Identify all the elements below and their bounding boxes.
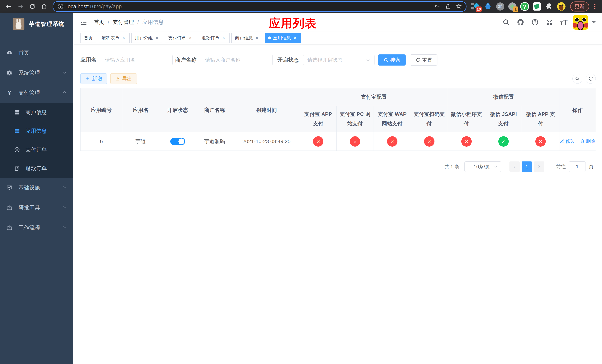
alipay-qr-status-icon: × <box>424 136 434 147</box>
tag-app-info[interactable]: 应用信息 × <box>265 33 301 43</box>
browser-menu-icon[interactable]: ⋮ <box>592 3 597 10</box>
alipay-wap-status-icon: × <box>387 136 398 147</box>
reload-icon[interactable] <box>27 1 38 12</box>
reset-button[interactable]: 重置 <box>410 54 437 65</box>
search-icon <box>575 76 580 81</box>
payment-submenu: 商户信息 应用信息 支付订单 <box>0 103 73 178</box>
tag-home[interactable]: 首页 <box>80 33 96 43</box>
close-icon[interactable]: × <box>293 36 298 40</box>
col-app-id: 应用编号 <box>81 88 122 132</box>
close-icon[interactable]: × <box>255 36 259 40</box>
breadcrumb-section[interactable]: 支付管理 <box>113 19 134 26</box>
delete-link[interactable]: 删除 <box>580 138 595 144</box>
enabled-switch[interactable] <box>170 138 185 145</box>
chevron-down-icon <box>494 165 498 169</box>
sidebar-collapse-icon[interactable] <box>80 18 88 26</box>
status-select[interactable]: 请选择开启状态 <box>303 55 375 65</box>
extension-command-icon[interactable]: ⌘ <box>495 2 505 11</box>
user-avatar[interactable] <box>573 15 588 30</box>
password-key-icon[interactable] <box>434 3 441 10</box>
navbar: 首页 / 支付管理 / 应用信息 应用列表 <box>73 13 602 32</box>
chevron-down-icon <box>62 225 67 231</box>
col-alipay-qr: 支付宝扫码支付 <box>411 106 448 132</box>
tag-process-form[interactable]: 流程表单 × <box>98 33 129 43</box>
gear-icon <box>6 70 13 76</box>
bookmark-star-icon[interactable] <box>456 3 462 10</box>
url-bar[interactable]: localhost:1024/pay/app <box>53 1 466 12</box>
extension-chat-icon[interactable] <box>532 2 542 11</box>
page-number-1[interactable]: 1 <box>522 161 532 172</box>
home-icon[interactable] <box>39 1 50 12</box>
add-button[interactable]: 新增 <box>80 73 107 84</box>
chrome-update-button[interactable]: 更新 <box>570 1 589 11</box>
help-icon[interactable] <box>530 17 540 27</box>
sidebar-item-payment[interactable]: ¥ 支付管理 <box>0 83 73 103</box>
sidebar-item-app-info[interactable]: 应用信息 <box>0 122 73 140</box>
share-icon[interactable] <box>445 3 451 10</box>
goto-page-input[interactable] <box>569 161 586 172</box>
wechat-jsapi-status-icon: ✓ <box>498 136 509 147</box>
sidebar-item-merchant-info[interactable]: 商户信息 <box>0 103 73 122</box>
tag-refund-orders[interactable]: 退款订单 × <box>198 33 230 43</box>
refresh-table-button[interactable] <box>586 74 596 84</box>
tag-merchant-info[interactable]: 商户信息 × <box>231 33 263 43</box>
group-alipay-config: 支付宝配置 <box>300 88 448 106</box>
extension-gem-icon[interactable] <box>483 2 493 11</box>
fullscreen-icon[interactable] <box>544 17 555 27</box>
sidebar-item-dev-tools[interactable]: 研发工具 <box>0 198 73 218</box>
search-button[interactable]: 搜索 <box>378 54 406 65</box>
font-size-icon[interactable]: TT <box>559 17 569 27</box>
extension-badge: 1 <box>513 7 518 12</box>
logo-rabbit-image <box>13 18 24 30</box>
col-merchant: 商户名称 <box>196 88 233 132</box>
sidebar-logo[interactable]: 芋道管理系统 <box>0 13 73 35</box>
app-name-input[interactable] <box>101 55 172 65</box>
col-alipay-wap: 支付宝 WAP 网站支付 <box>374 106 411 132</box>
close-icon[interactable]: × <box>221 36 226 40</box>
goto-label: 前往 <box>556 163 566 170</box>
sidebar-item-refund-orders[interactable]: 退款订单 <box>0 159 73 178</box>
prev-page-button[interactable] <box>509 161 520 172</box>
extension-recorder-icon[interactable]: 1 <box>508 2 517 11</box>
export-button[interactable]: 导出 <box>110 73 137 84</box>
sidebar-item-workflow[interactable]: 工作流程 <box>0 218 73 238</box>
yen-circle-icon <box>14 147 20 153</box>
col-wechat-lite: 微信小程序支付 <box>448 106 485 132</box>
sidebar-item-infrastructure[interactable]: 基础设施 <box>0 178 73 198</box>
extension-y-icon[interactable]: y <box>520 2 529 11</box>
tag-user-group[interactable]: 用户分组 × <box>131 33 163 43</box>
sidebar-item-home[interactable]: 首页 <box>0 43 73 63</box>
edit-link[interactable]: 修改 <box>559 138 575 144</box>
merchant-name-input[interactable] <box>201 55 273 65</box>
next-page-button[interactable] <box>534 161 544 172</box>
forward-icon[interactable] <box>15 1 26 12</box>
tag-pay-orders[interactable]: 支付订单 × <box>165 33 196 43</box>
table-row: 6 芋道 芋道源码 2021-10-23 08:49:25 × × × × × <box>81 132 596 151</box>
extensions-puzzle-icon[interactable] <box>544 2 554 11</box>
extension-dimo-icon[interactable]: 10 <box>471 2 481 11</box>
close-icon[interactable]: × <box>155 36 159 40</box>
github-icon[interactable] <box>515 17 526 27</box>
trash-icon <box>580 139 585 143</box>
profile-avatar-icon[interactable] <box>557 2 566 11</box>
yen-icon: ¥ <box>6 90 13 96</box>
breadcrumb-home[interactable]: 首页 <box>94 19 104 26</box>
pagination: 共 1 条 10条/页 1 <box>80 161 596 172</box>
search-icon <box>384 58 388 62</box>
sidebar-item-pay-orders[interactable]: 支付订单 <box>0 140 73 159</box>
back-icon[interactable] <box>3 1 14 12</box>
plus-icon <box>85 76 90 81</box>
sidebar-menu: 首页 系统管理 ¥ 支付管理 <box>0 43 73 238</box>
toggle-search-button[interactable] <box>572 74 582 84</box>
table-toolbar: 新增 导出 <box>80 73 596 84</box>
sidebar-item-system[interactable]: 系统管理 <box>0 63 73 83</box>
avatar-caret-icon[interactable] <box>592 21 596 25</box>
close-icon[interactable]: × <box>188 36 193 40</box>
documents-icon <box>14 165 20 172</box>
page-size-select[interactable]: 10条/页 <box>464 161 501 172</box>
chevron-down-icon <box>62 70 67 76</box>
close-icon[interactable]: × <box>121 36 126 40</box>
site-info-icon[interactable] <box>57 3 64 10</box>
total-count: 共 1 条 <box>444 163 459 170</box>
search-icon[interactable] <box>501 17 511 27</box>
